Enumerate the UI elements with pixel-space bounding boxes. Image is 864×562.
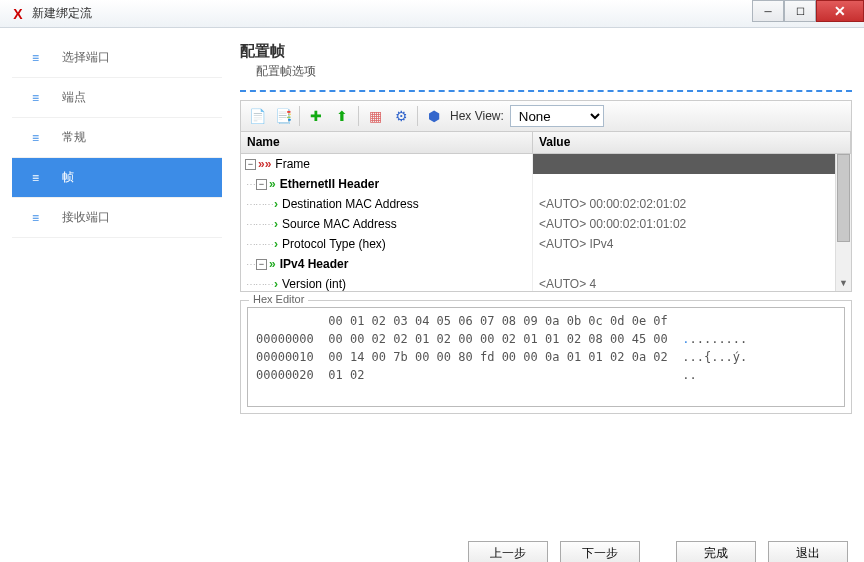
arrow-icon: › <box>274 197 278 211</box>
toolbar-separator <box>417 106 418 126</box>
toolbar: 📄 📑 ✚ ⬆ ▦ ⚙ ⬢ Hex View: None <box>240 100 852 132</box>
sidebar: ≡ 选择端口 ≡ 端点 ≡ 常规 ≡ 帧 ≡ 接收端口 <box>12 38 222 533</box>
hamburger-icon: ≡ <box>32 131 46 145</box>
sidebar-item-endpoint[interactable]: ≡ 端点 <box>12 78 222 118</box>
add-button[interactable]: ✚ <box>304 104 328 128</box>
arrow-icon: › <box>274 217 278 231</box>
hexview-icon[interactable]: ⬢ <box>422 104 446 128</box>
tree-row-src-mac[interactable]: ⋯⋯⋯›Source MAC Address <AUTO> 00:00:02:0… <box>241 214 851 234</box>
page-subtitle: 配置帧选项 <box>240 63 852 86</box>
tree-scrollbar[interactable]: ▲ ▼ <box>835 154 851 291</box>
close-button[interactable]: ✕ <box>816 0 864 22</box>
collapse-icon[interactable]: − <box>256 259 267 270</box>
hex-editor[interactable]: 00 01 02 03 04 05 06 07 08 09 0a 0b 0c 0… <box>247 307 845 407</box>
tree-body: −»»Frame ⋯−»EthernetII Header ⋯⋯⋯›Destin… <box>241 154 851 291</box>
sidebar-item-select-port[interactable]: ≡ 选择端口 <box>12 38 222 78</box>
toolbar-separator <box>358 106 359 126</box>
sidebar-item-label: 帧 <box>62 169 74 186</box>
collapse-icon[interactable]: − <box>245 159 256 170</box>
minimize-button[interactable]: ─ <box>752 0 784 22</box>
up-button[interactable]: ⬆ <box>330 104 354 128</box>
hamburger-icon: ≡ <box>32 211 46 225</box>
hex-editor-section: Hex Editor 00 01 02 03 04 05 06 07 08 09… <box>240 300 852 414</box>
scroll-down-icon[interactable]: ▼ <box>836 275 851 291</box>
page-title: 配置帧 <box>240 38 852 63</box>
link-button[interactable]: ⚙ <box>389 104 413 128</box>
hamburger-icon: ≡ <box>32 171 46 185</box>
sidebar-item-label: 端点 <box>62 89 86 106</box>
next-button[interactable]: 下一步 <box>560 541 640 562</box>
hex-editor-legend: Hex Editor <box>249 293 308 305</box>
frame-tree: Name Value −»»Frame ⋯−»EthernetII Header… <box>240 132 852 292</box>
tree-header-name[interactable]: Name <box>241 132 533 153</box>
tree-row-dest-mac[interactable]: ⋯⋯⋯›Destination MAC Address <AUTO> 00:00… <box>241 194 851 214</box>
tree-row-frame[interactable]: −»»Frame <box>241 154 851 174</box>
toolbar-separator <box>299 106 300 126</box>
finish-button[interactable]: 完成 <box>676 541 756 562</box>
hexview-label: Hex View: <box>450 109 504 123</box>
tree-header: Name Value <box>241 132 851 154</box>
sidebar-item-frame[interactable]: ≡ 帧 <box>12 158 222 198</box>
tree-row-protocol-type[interactable]: ⋯⋯⋯›Protocol Type (hex) <AUTO> IPv4 <box>241 234 851 254</box>
tree-row-ipv4-header[interactable]: ⋯−»IPv4 Header <box>241 254 851 274</box>
tree-row-version[interactable]: ⋯⋯⋯›Version (int) <AUTO> 4 <box>241 274 851 291</box>
maximize-button[interactable]: ☐ <box>784 0 816 22</box>
arrow-icon: › <box>274 277 278 291</box>
sidebar-item-label: 选择端口 <box>62 49 110 66</box>
window-title: 新建绑定流 <box>32 5 860 22</box>
footer: 上一步 下一步 完成 退出 <box>0 533 864 562</box>
sidebar-item-general[interactable]: ≡ 常规 <box>12 118 222 158</box>
titlebar[interactable]: X 新建绑定流 ─ ☐ ✕ <box>0 0 864 28</box>
arrow-icon: » <box>269 177 276 191</box>
arrow-icon: »» <box>258 157 271 171</box>
config-button[interactable]: ▦ <box>363 104 387 128</box>
tree-header-value[interactable]: Value <box>533 132 851 153</box>
arrow-icon: › <box>274 237 278 251</box>
sidebar-item-label: 常规 <box>62 129 86 146</box>
main-panel: 配置帧 配置帧选项 📄 📑 ✚ ⬆ ▦ ⚙ ⬢ Hex View: None <box>222 38 852 533</box>
sidebar-item-label: 接收端口 <box>62 209 110 226</box>
tree-row-ethernet-header[interactable]: ⋯−»EthernetII Header <box>241 174 851 194</box>
window: X 新建绑定流 ─ ☐ ✕ ≡ 选择端口 ≡ 端点 ≡ 常规 ≡ 帧 <box>0 0 864 562</box>
copy-doc-button[interactable]: 📑 <box>271 104 295 128</box>
scroll-thumb[interactable] <box>837 154 850 242</box>
sidebar-item-receive-port[interactable]: ≡ 接收端口 <box>12 198 222 238</box>
divider <box>240 90 852 92</box>
hamburger-icon: ≡ <box>32 91 46 105</box>
new-doc-button[interactable]: 📄 <box>245 104 269 128</box>
hamburger-icon: ≡ <box>32 51 46 65</box>
arrow-icon: » <box>269 257 276 271</box>
content-area: ≡ 选择端口 ≡ 端点 ≡ 常规 ≡ 帧 ≡ 接收端口 配置帧 配置帧选项 <box>0 28 864 533</box>
app-icon: X <box>10 6 26 22</box>
collapse-icon[interactable]: − <box>256 179 267 190</box>
prev-button[interactable]: 上一步 <box>468 541 548 562</box>
exit-button[interactable]: 退出 <box>768 541 848 562</box>
hexview-select[interactable]: None <box>510 105 604 127</box>
